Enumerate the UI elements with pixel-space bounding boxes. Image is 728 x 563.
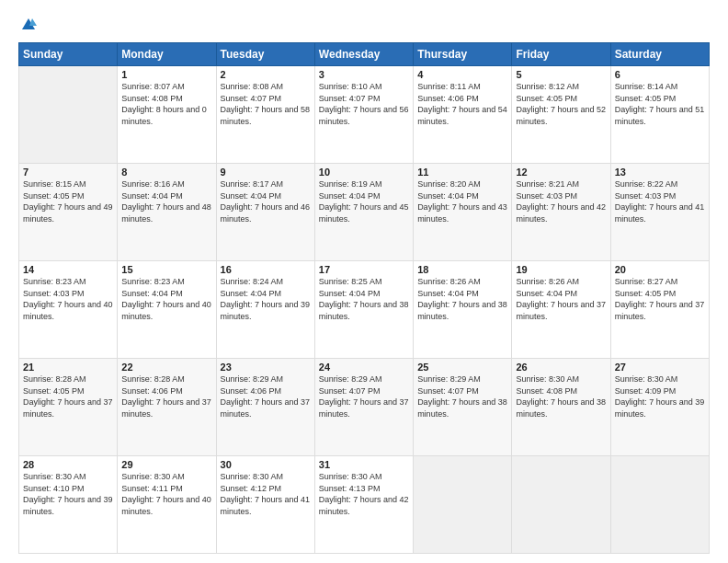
sunset-label: Sunset: 4:06 PM [121,386,183,396]
daylight-label: Daylight: 7 hours and 42 minutes. [319,495,409,516]
calendar-cell: 4 Sunrise: 8:11 AM Sunset: 4:06 PM Dayli… [414,66,512,164]
calendar-cell: 16 Sunrise: 8:24 AM Sunset: 4:04 PM Dayl… [216,261,314,359]
sunset-label: Sunset: 4:12 PM [221,484,282,493]
calendar-header-row: SundayMondayTuesdayWednesdayThursdayFrid… [19,43,710,66]
sunset-label: Sunset: 4:13 PM [319,484,381,493]
day-number: 8 [121,167,211,178]
sunrise-label: Sunrise: 8:23 AM [121,277,185,286]
day-number: 29 [121,459,211,470]
sunrise-label: Sunrise: 8:25 AM [319,277,382,286]
day-info: Sunrise: 8:19 AM Sunset: 4:04 PM Dayligh… [319,178,409,224]
sunset-label: Sunset: 4:07 PM [221,94,282,103]
daylight-label: Daylight: 7 hours and 37 minutes. [221,397,311,419]
daylight-label: Daylight: 7 hours and 37 minutes. [121,397,211,419]
day-info: Sunrise: 8:21 AM Sunset: 4:03 PM Dayligh… [516,178,606,224]
calendar-cell: 30 Sunrise: 8:30 AM Sunset: 4:12 PM Dayl… [216,456,314,554]
day-info: Sunrise: 8:11 AM Sunset: 4:06 PM Dayligh… [417,81,507,127]
header [18,17,710,33]
daylight-label: Daylight: 7 hours and 37 minutes. [516,300,606,321]
day-info: Sunrise: 8:29 AM Sunset: 4:07 PM Dayligh… [417,373,507,419]
calendar-week-1: 1 Sunrise: 8:07 AM Sunset: 4:08 PM Dayli… [19,66,710,164]
daylight-label: Daylight: 7 hours and 38 minutes. [319,300,409,321]
calendar-cell: 8 Sunrise: 8:16 AM Sunset: 4:04 PM Dayli… [118,164,216,261]
day-number: 20 [615,264,705,275]
sunset-label: Sunset: 4:04 PM [121,289,183,298]
sunrise-label: Sunrise: 8:30 AM [121,472,185,481]
day-number: 7 [23,167,113,178]
sunrise-label: Sunrise: 8:29 AM [221,374,284,384]
sunset-label: Sunset: 4:05 PM [23,191,85,201]
daylight-label: Daylight: 7 hours and 54 minutes. [417,105,507,126]
calendar-cell: 14 Sunrise: 8:23 AM Sunset: 4:03 PM Dayl… [19,261,118,359]
calendar-cell: 17 Sunrise: 8:25 AM Sunset: 4:04 PM Dayl… [314,261,413,359]
day-number: 17 [319,264,409,275]
sunrise-label: Sunrise: 8:28 AM [23,374,86,384]
day-number: 25 [417,362,507,373]
daylight-label: Daylight: 7 hours and 40 minutes. [121,300,211,321]
daylight-label: Daylight: 7 hours and 52 minutes. [516,105,606,126]
daylight-label: Daylight: 7 hours and 39 minutes. [221,300,311,321]
day-info: Sunrise: 8:20 AM Sunset: 4:04 PM Dayligh… [417,178,507,224]
calendar-cell: 23 Sunrise: 8:29 AM Sunset: 4:06 PM Dayl… [216,359,314,456]
daylight-label: Daylight: 7 hours and 38 minutes. [417,397,507,419]
logo [18,17,37,33]
sunrise-label: Sunrise: 8:28 AM [121,374,185,384]
sunrise-label: Sunrise: 8:19 AM [319,179,382,189]
calendar-cell: 11 Sunrise: 8:20 AM Sunset: 4:04 PM Dayl… [414,164,512,261]
calendar-header-friday: Friday [512,43,610,66]
sunrise-label: Sunrise: 8:07 AM [121,82,185,91]
calendar-cell: 29 Sunrise: 8:30 AM Sunset: 4:11 PM Dayl… [118,456,216,554]
calendar-header-thursday: Thursday [414,43,512,66]
day-number: 18 [417,264,507,275]
day-info: Sunrise: 8:30 AM Sunset: 4:12 PM Dayligh… [221,471,311,517]
day-info: Sunrise: 8:23 AM Sunset: 4:03 PM Dayligh… [23,276,113,322]
daylight-label: Daylight: 7 hours and 38 minutes. [417,300,507,321]
sunset-label: Sunset: 4:08 PM [516,386,577,396]
sunset-label: Sunset: 4:10 PM [23,484,85,493]
daylight-label: Daylight: 7 hours and 46 minutes. [221,202,311,224]
daylight-label: Daylight: 7 hours and 37 minutes. [23,397,113,419]
day-number: 4 [417,69,507,80]
calendar-cell: 25 Sunrise: 8:29 AM Sunset: 4:07 PM Dayl… [414,359,512,456]
day-number: 13 [615,167,705,178]
sunrise-label: Sunrise: 8:29 AM [319,374,382,384]
calendar-week-5: 28 Sunrise: 8:30 AM Sunset: 4:10 PM Dayl… [19,456,710,554]
calendar-header-monday: Monday [118,43,216,66]
day-number: 10 [319,167,409,178]
sunset-label: Sunset: 4:05 PM [23,386,85,396]
calendar-cell: 3 Sunrise: 8:10 AM Sunset: 4:07 PM Dayli… [314,66,413,164]
sunrise-label: Sunrise: 8:27 AM [615,277,678,286]
sunset-label: Sunset: 4:03 PM [615,191,677,201]
sunset-label: Sunset: 4:08 PM [121,94,183,103]
calendar-cell: 2 Sunrise: 8:08 AM Sunset: 4:07 PM Dayli… [216,66,314,164]
sunset-label: Sunset: 4:04 PM [221,191,282,201]
day-info: Sunrise: 8:22 AM Sunset: 4:03 PM Dayligh… [615,178,705,224]
day-info: Sunrise: 8:29 AM Sunset: 4:06 PM Dayligh… [221,373,311,419]
sunrise-label: Sunrise: 8:30 AM [615,374,678,384]
daylight-label: Daylight: 7 hours and 42 minutes. [516,202,606,224]
sunrise-label: Sunrise: 8:26 AM [417,277,481,286]
daylight-label: Daylight: 7 hours and 58 minutes. [221,105,311,126]
day-number: 11 [417,167,507,178]
day-info: Sunrise: 8:26 AM Sunset: 4:04 PM Dayligh… [516,276,606,322]
daylight-label: Daylight: 8 hours and 0 minutes. [121,105,207,126]
day-number: 27 [615,362,705,373]
calendar-cell: 13 Sunrise: 8:22 AM Sunset: 4:03 PM Dayl… [610,164,709,261]
calendar-cell: 31 Sunrise: 8:30 AM Sunset: 4:13 PM Dayl… [314,456,413,554]
sunset-label: Sunset: 4:04 PM [516,289,577,298]
calendar-cell: 5 Sunrise: 8:12 AM Sunset: 4:05 PM Dayli… [512,66,610,164]
day-number: 26 [516,362,606,373]
day-number: 28 [23,459,113,470]
calendar-cell: 18 Sunrise: 8:26 AM Sunset: 4:04 PM Dayl… [414,261,512,359]
day-info: Sunrise: 8:14 AM Sunset: 4:05 PM Dayligh… [615,81,705,127]
calendar-cell: 9 Sunrise: 8:17 AM Sunset: 4:04 PM Dayli… [216,164,314,261]
day-info: Sunrise: 8:25 AM Sunset: 4:04 PM Dayligh… [319,276,409,322]
day-info: Sunrise: 8:29 AM Sunset: 4:07 PM Dayligh… [319,373,409,419]
sunrise-label: Sunrise: 8:22 AM [615,179,678,189]
day-info: Sunrise: 8:30 AM Sunset: 4:10 PM Dayligh… [23,471,113,517]
day-info: Sunrise: 8:30 AM Sunset: 4:11 PM Dayligh… [121,471,211,517]
daylight-label: Daylight: 7 hours and 51 minutes. [615,105,705,126]
sunset-label: Sunset: 4:07 PM [319,94,381,103]
sunset-label: Sunset: 4:04 PM [417,289,479,298]
calendar-table: SundayMondayTuesdayWednesdayThursdayFrid… [18,42,710,554]
